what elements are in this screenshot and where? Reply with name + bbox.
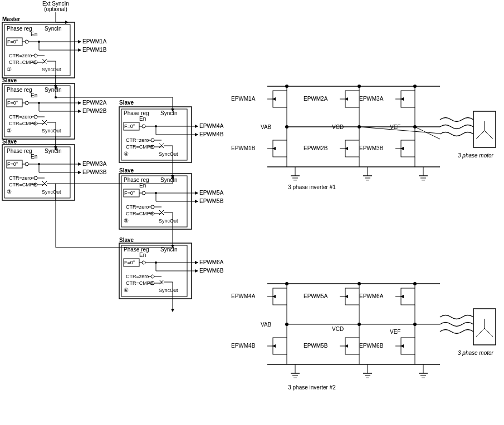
- svg-point-133: [55, 96, 57, 98]
- master-phase-reg: Phase reg: [7, 26, 32, 32]
- inv1-epwm1b-label: EPWM1B: [231, 145, 256, 151]
- master-label: Master: [2, 16, 20, 22]
- slave1-phase-reg: Phase reg: [7, 87, 32, 93]
- slave4-en: En: [139, 116, 146, 122]
- slave1-syncout: SyncOut: [42, 128, 61, 134]
- svg-point-238: [285, 85, 288, 88]
- svg-line-189: [485, 131, 493, 139]
- svg-point-68: [142, 125, 145, 128]
- slave4-number: ④: [124, 151, 129, 157]
- inv1-vab: VAB: [261, 124, 272, 130]
- diagram-container: Ext SyncIn (optional) Master Phase reg S…: [0, 0, 504, 425]
- slave5-syncout: SyncOut: [159, 218, 178, 224]
- slave4-label: Slave: [119, 100, 134, 106]
- slave5-f-label: F=0°: [124, 190, 135, 196]
- svg-point-12: [34, 54, 37, 57]
- master-en: En: [31, 31, 37, 37]
- inv2-epwm4b-label: EPWM4B: [231, 343, 256, 349]
- inv2-epwm5b-label: EPWM5B: [304, 343, 328, 349]
- inv1-epwm3a-label: EPWM3A: [359, 96, 384, 102]
- svg-line-233: [476, 328, 485, 337]
- svg-point-97: [151, 205, 154, 209]
- svg-point-26: [25, 101, 28, 105]
- inv1-epwm1a-label: EPWM1A: [231, 96, 256, 102]
- svg-point-131: [55, 87, 57, 89]
- slave2-en: En: [31, 154, 37, 160]
- slave1-syncin: SyncIn: [45, 87, 62, 93]
- svg-rect-212: [401, 288, 415, 305]
- svg-point-5: [25, 40, 28, 43]
- inv2-vab: VAB: [261, 322, 272, 328]
- slave2-epwm3b: EPWM3B: [82, 169, 107, 175]
- svg-point-236: [358, 282, 361, 285]
- slave1-epwm2a: EPWM2A: [82, 100, 107, 106]
- slave1-en: En: [31, 92, 37, 98]
- slave1-label: Slave: [2, 77, 17, 83]
- inv2-label: 3 phase inverter #2: [288, 384, 336, 391]
- slave4-epwm4b: EPWM4B: [199, 131, 224, 137]
- slave4-ctr-zero: CTR=zero: [126, 137, 149, 143]
- slave5-number: ⑤: [124, 218, 129, 224]
- slave2-label: Slave: [2, 139, 17, 145]
- svg-point-33: [34, 115, 37, 118]
- slave2-phase-reg: Phase reg: [7, 148, 32, 154]
- slave6-epwm6a: EPWM6A: [199, 259, 224, 265]
- slave5-epwm5b: EPWM5B: [199, 198, 224, 204]
- inv2-vef: VEF: [390, 329, 400, 335]
- svg-point-54: [34, 176, 37, 180]
- svg-point-119: [151, 275, 154, 278]
- svg-point-135: [55, 148, 57, 150]
- svg-point-75: [151, 139, 154, 142]
- inv2-epwm6b-label: EPWM6B: [359, 343, 384, 349]
- inv1-epwm2b-label: EPWM2B: [304, 145, 328, 151]
- inv2-epwm6a-label: EPWM6A: [359, 293, 384, 299]
- slave4-syncin: SyncIn: [160, 110, 178, 116]
- svg-rect-163: [401, 91, 415, 107]
- slave2-syncin: SyncIn: [45, 148, 62, 154]
- slave5-syncin: SyncIn: [160, 177, 178, 183]
- slave2-syncout: SyncOut: [42, 189, 61, 195]
- master-syncin: SyncIn: [45, 26, 62, 32]
- slave5-ctr-zero: CTR=zero: [126, 204, 149, 210]
- master-ctr-zero: CTR=zero: [9, 53, 32, 58]
- slave5-label: Slave: [119, 167, 134, 174]
- svg-rect-159: [345, 91, 359, 107]
- slave4-syncout: SyncOut: [159, 151, 178, 157]
- svg-rect-155: [273, 91, 287, 107]
- slave2-ctr-zero: CTR=zero: [9, 175, 32, 181]
- svg-rect-223: [345, 338, 359, 354]
- svg-point-239: [358, 85, 361, 88]
- inv1-motor-label: 3 phase motor: [458, 152, 494, 159]
- slave4-f-label: F=0°: [124, 123, 135, 129]
- svg-point-235: [285, 282, 288, 285]
- svg-rect-219: [273, 338, 287, 354]
- svg-rect-227: [401, 338, 415, 354]
- slave1-number: ②: [7, 127, 12, 134]
- ext-syncin-optional: (optional): [44, 6, 67, 12]
- slave2-number: ③: [7, 189, 12, 195]
- inv1-label: 3 phase inverter #1: [288, 184, 336, 190]
- master-epwm1b: EPWM1B: [82, 47, 107, 53]
- master-epwm1a: EPWM1A: [82, 38, 107, 45]
- svg-point-47: [25, 162, 28, 166]
- slave2-epwm3a: EPWM3A: [82, 161, 107, 167]
- slave1-ctr-zero: CTR=zero: [9, 114, 32, 120]
- slave6-label: Slave: [119, 237, 134, 243]
- inv1-epwm3b-label: EPWM3B: [359, 145, 384, 151]
- inv2-motor-label: 3 phase motor: [458, 350, 494, 356]
- slave6-syncout: SyncOut: [159, 288, 178, 293]
- slave6-ctr-zero: CTR=zero: [126, 274, 149, 279]
- svg-point-112: [142, 261, 145, 264]
- slave6-epwm6b: EPWM6B: [199, 268, 224, 274]
- slave6-en: En: [139, 252, 146, 258]
- slave5-epwm5a: EPWM5A: [199, 190, 224, 196]
- master-number: ①: [7, 66, 12, 72]
- slave1-f-label: F=0°: [7, 100, 18, 106]
- master-f-label: F=0°: [7, 39, 18, 45]
- inv2-vcd: VCD: [332, 326, 344, 332]
- slave1-epwm2b: EPWM2B: [82, 108, 107, 114]
- slave4-epwm4a: EPWM4A: [199, 123, 224, 129]
- svg-rect-178: [401, 140, 415, 157]
- svg-rect-204: [273, 288, 287, 305]
- inv1-epwm2a-label: EPWM2A: [304, 96, 328, 102]
